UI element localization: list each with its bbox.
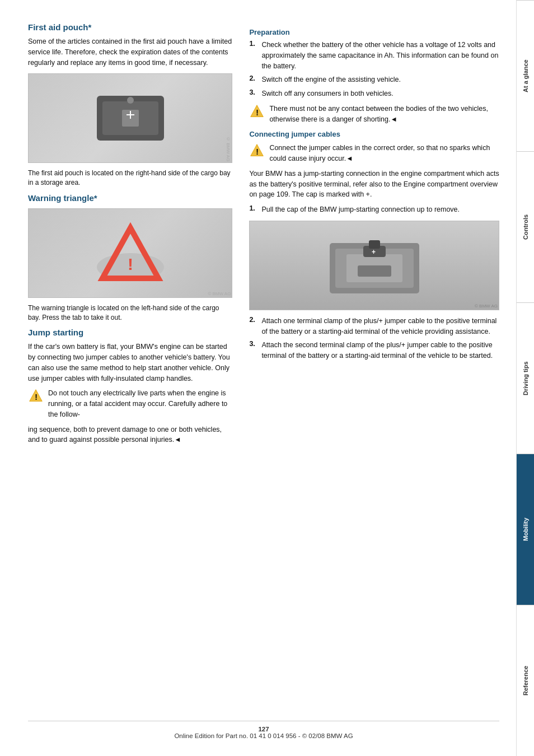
svg-text:+: +: [372, 248, 376, 256]
svg-rect-4: [130, 111, 131, 119]
prep-item-3: Switch off any consumers in both vehicle…: [261, 88, 393, 99]
first-aid-title: First aid pouch*: [28, 22, 232, 32]
jump-starting-body1: If the car's own battery is flat, your B…: [28, 342, 232, 384]
connecting-warning-icon: !: [249, 143, 265, 158]
jump-starting-warning: ! Do not touch any electrically live par…: [28, 388, 232, 419]
engine-image: + © BMW AG: [249, 221, 499, 310]
preparation-list: 1. Check whether the battery of the othe…: [249, 40, 499, 99]
connecting-section: Connecting jumper cables ! Connect the j…: [249, 130, 499, 361]
jump-starting-warning-text: Do not touch any electrically live parts…: [48, 388, 232, 419]
sidebar-tab-at-a-glance[interactable]: At a glance: [517, 0, 534, 151]
svg-text:!: !: [256, 108, 259, 117]
svg-rect-19: [369, 240, 380, 249]
jump-starting-section: Jump starting If the car's own battery i…: [28, 328, 232, 445]
sidebar-tab-controls[interactable]: Controls: [517, 151, 534, 302]
preparation-subtitle: Preparation: [249, 28, 499, 36]
svg-text:!: !: [35, 393, 38, 402]
svg-point-5: [127, 97, 134, 104]
preparation-warning-text: There must not be any contact between th…: [269, 104, 499, 125]
after-image-item-3: Attach the second terminal clamp of the …: [261, 340, 499, 361]
connecting-body: Your BMW has a jump-starting connection …: [249, 169, 499, 200]
svg-rect-21: [358, 265, 391, 277]
warning-triangle-title: Warning triangle*: [28, 193, 232, 203]
footer-text: Online Edition for Part no. 01 41 0 014 …: [174, 732, 353, 739]
prep-item-2: Switch off the engine of the assisting v…: [261, 74, 401, 85]
page-footer: 127 Online Edition for Part no. 01 41 0 …: [28, 721, 499, 739]
svg-text:!: !: [128, 255, 133, 273]
page-number: 127: [258, 726, 269, 732]
connecting-warning-text: Connect the jumper cables in the correct…: [269, 143, 499, 164]
connecting-warning: ! Connect the jumper cables in the corre…: [249, 143, 499, 164]
preparation-warning: ! There must not be any contact between …: [249, 104, 499, 125]
first-aid-section: First aid pouch* Some of the articles co…: [28, 22, 232, 188]
warning-icon: !: [28, 388, 44, 404]
jump-starting-body2: ing sequence, both to prevent damage to …: [28, 424, 232, 446]
after-image-item-2: Attach one terminal clamp of the plus/+ …: [261, 316, 499, 337]
prep-warning-icon: !: [249, 104, 265, 119]
first-aid-body: Some of the articles contained in the fi…: [28, 36, 232, 68]
warning-triangle-image: ! © BMW AG: [28, 208, 232, 298]
connecting-subtitle: Connecting jumper cables: [249, 130, 499, 138]
warning-triangle-caption: The warning triangle is located on the l…: [28, 304, 232, 323]
prep-item-1: Check whether the battery of the other v…: [261, 40, 499, 71]
first-aid-caption: The first aid pouch is located on the ri…: [28, 169, 232, 188]
sidebar-tab-driving-tips[interactable]: Driving tips: [517, 302, 534, 454]
jump-starting-title: Jump starting: [28, 328, 232, 337]
svg-text:!: !: [256, 147, 259, 156]
sidebar-tab-mobility[interactable]: Mobility: [517, 454, 534, 605]
warning-triangle-section: Warning triangle* ! © BMW AG: [28, 193, 232, 323]
sidebar-right: At a glance Controls Driving tips Mobili…: [516, 0, 534, 756]
preparation-section: Preparation 1. Check whether the battery…: [249, 28, 499, 124]
sidebar-tab-reference[interactable]: Reference: [517, 605, 534, 756]
first-aid-image: © BMW AG: [28, 73, 232, 163]
connecting-item-1: Pull the cap of the BMW jump-starting co…: [261, 204, 460, 215]
